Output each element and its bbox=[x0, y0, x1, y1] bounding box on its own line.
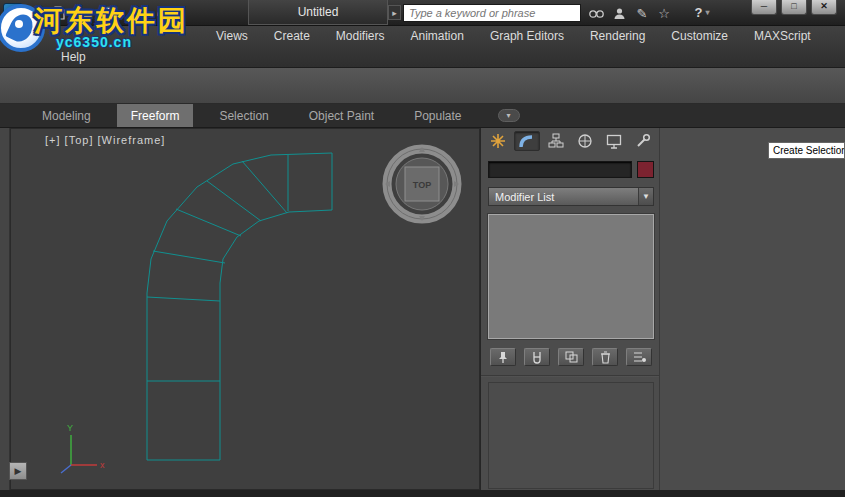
maximize-button[interactable]: □ bbox=[781, 0, 807, 15]
menu-rendering[interactable]: Rendering bbox=[577, 26, 658, 47]
sign-in-button[interactable] bbox=[609, 4, 629, 22]
menu-maxscript[interactable]: MAXScript bbox=[741, 26, 824, 47]
tab-hierarchy[interactable] bbox=[543, 131, 569, 151]
viewcube-top-label: TOP bbox=[413, 180, 431, 190]
menu-help[interactable]: Help bbox=[48, 47, 99, 68]
axis-tripod: Y x bbox=[49, 421, 109, 477]
remove-modifier-button[interactable] bbox=[592, 348, 618, 366]
document-title: Untitled bbox=[248, 0, 388, 25]
chevron-right-icon: ▶ bbox=[15, 466, 22, 476]
chevron-down-icon: ▾ bbox=[507, 111, 511, 120]
3ds-max-window: Untitled ▸ ✎ ☆ ? ▾ bbox=[0, 0, 845, 497]
axis-x-label: x bbox=[100, 460, 105, 470]
configure-sets-icon bbox=[633, 351, 646, 363]
minimize-button[interactable]: ─ bbox=[751, 0, 777, 15]
status-bar bbox=[0, 490, 845, 497]
make-unique-icon bbox=[565, 351, 578, 363]
pencil-icon: ✎ bbox=[637, 6, 648, 21]
feedback-button[interactable]: ✎ bbox=[632, 4, 652, 22]
star-icon: ☆ bbox=[658, 6, 670, 21]
modifier-stack-buttons bbox=[490, 348, 652, 366]
tab-motion[interactable] bbox=[572, 131, 598, 151]
document-title-text: Untitled bbox=[298, 5, 339, 19]
ribbon-minimize-button[interactable]: ▾ bbox=[498, 109, 520, 122]
chevron-down-icon: ▾ bbox=[705, 8, 709, 17]
command-panel: Modifier List ▼ bbox=[480, 128, 845, 490]
menu-views[interactable]: Views bbox=[203, 26, 261, 47]
ribbon-tab-selection[interactable]: Selection bbox=[205, 104, 282, 127]
ribbon-spacer bbox=[0, 104, 28, 127]
viewport-top[interactable]: [+] [Top] [Wireframe] TOP bbox=[10, 128, 480, 490]
ribbon-tab-modeling[interactable]: Modeling bbox=[28, 104, 105, 127]
main-toolbar: All ▼ bbox=[0, 68, 845, 104]
make-unique-button[interactable] bbox=[558, 348, 584, 366]
pin-stack-button[interactable] bbox=[490, 348, 516, 366]
help-menu-button[interactable]: ? ▾ bbox=[688, 3, 716, 22]
favorites-button[interactable]: ☆ bbox=[654, 4, 674, 22]
viewcube[interactable]: TOP bbox=[379, 141, 465, 227]
tab-modify[interactable] bbox=[514, 131, 540, 151]
rollout-divider bbox=[481, 375, 659, 377]
configure-modifier-sets-button[interactable] bbox=[626, 348, 652, 366]
modify-icon bbox=[518, 133, 536, 149]
rollout-area bbox=[488, 382, 654, 489]
panel-divider bbox=[659, 128, 660, 490]
search-button[interactable] bbox=[586, 4, 606, 22]
object-name-field[interactable] bbox=[488, 161, 632, 178]
panel-expand-button[interactable]: ▶ bbox=[9, 462, 27, 480]
chevron-right-icon: ▸ bbox=[392, 8, 397, 18]
help-question-icon: ? bbox=[695, 5, 703, 20]
menu-row-2: Help bbox=[48, 47, 99, 68]
axis-y-label: Y bbox=[67, 423, 73, 433]
window-controls: ─ □ ✕ bbox=[751, 0, 837, 15]
ribbon-tab-freeform[interactable]: Freeform bbox=[117, 104, 194, 127]
command-panel-tabs bbox=[485, 131, 656, 151]
menu-graph-editors[interactable]: Graph Editors bbox=[477, 26, 577, 47]
tab-create[interactable] bbox=[485, 131, 511, 151]
trash-icon bbox=[600, 351, 611, 364]
test-tube-icon bbox=[532, 351, 542, 364]
watermark-logo-dot bbox=[15, 20, 23, 28]
menu-animation[interactable]: Animation bbox=[398, 26, 477, 47]
left-dock-strip bbox=[0, 128, 10, 490]
ribbon-tab-bar: Modeling Freeform Selection Object Paint… bbox=[0, 104, 845, 128]
ribbon-tab-populate[interactable]: Populate bbox=[400, 104, 475, 127]
pin-icon bbox=[497, 351, 509, 364]
create-icon bbox=[490, 133, 506, 149]
menu-create[interactable]: Create bbox=[261, 26, 323, 47]
motion-icon bbox=[577, 133, 593, 149]
watermark-logo-swirl bbox=[5, 11, 37, 46]
help-search-input[interactable] bbox=[403, 4, 581, 22]
show-end-result-button[interactable] bbox=[524, 348, 550, 366]
binoculars-icon bbox=[589, 7, 604, 19]
menu-modifiers[interactable]: Modifiers bbox=[323, 26, 398, 47]
menu-customize[interactable]: Customize bbox=[658, 26, 741, 47]
close-button[interactable]: ✕ bbox=[811, 0, 837, 15]
menu-row-1: Views Create Modifiers Animation Graph E… bbox=[203, 26, 824, 47]
tab-utilities[interactable] bbox=[630, 131, 656, 151]
title-flyout-button[interactable]: ▸ bbox=[388, 5, 401, 20]
display-icon bbox=[606, 134, 622, 149]
chevron-down-icon: ▼ bbox=[638, 188, 653, 205]
user-icon bbox=[613, 7, 626, 20]
object-color-swatch[interactable] bbox=[637, 161, 654, 178]
modifier-stack-list[interactable] bbox=[488, 214, 654, 339]
hierarchy-icon bbox=[548, 133, 564, 149]
utilities-icon bbox=[635, 133, 651, 149]
tab-display[interactable] bbox=[601, 131, 627, 151]
ribbon-tab-object-paint[interactable]: Object Paint bbox=[295, 104, 388, 127]
modifier-list-label: Modifier List bbox=[489, 191, 638, 203]
watermark-site-url: yc6350.cn bbox=[56, 34, 132, 50]
create-selection-set-tooltip: Create Selection S bbox=[768, 142, 845, 159]
modifier-list-dropdown[interactable]: Modifier List ▼ bbox=[488, 187, 654, 206]
